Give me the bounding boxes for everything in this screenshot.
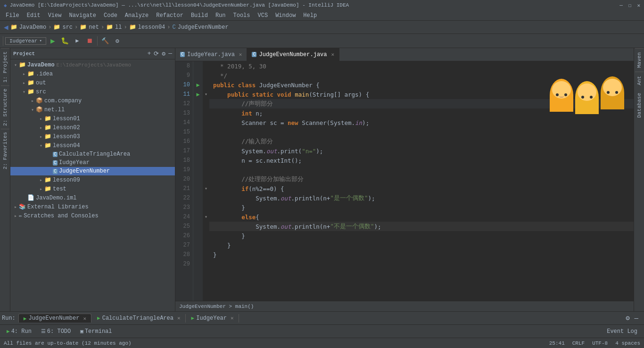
tree-item-lesson09[interactable]: ▸ 📁 lesson09 [10,175,175,184]
nav-item-lesson04[interactable]: 📁 [129,24,136,31]
tree-item-javademo[interactable]: ▾ 📁 JavaDemo E:\IdeaProjects\JavaDemo [10,60,175,69]
stop-button[interactable]: ⏹ [84,35,95,47]
nav-item-net[interactable]: 📁 [80,24,87,31]
line-num-23: 23 [175,203,193,212]
sidebar-tab-favorites[interactable]: 2: Favorites [1,129,9,172]
menu-view[interactable]: View [44,11,66,20]
right-tab-maven[interactable]: Maven [635,48,644,72]
run-button[interactable]: ▶ [47,35,58,47]
tree-item-lesson04[interactable]: ▾ 📁 lesson04 [10,141,175,150]
menu-build[interactable]: Build [187,11,212,20]
maximize-button[interactable]: ☐ [628,2,632,8]
menu-file[interactable]: File [2,11,23,20]
minimize-sidebar-icon[interactable]: — [168,50,172,57]
arrow-icon: ▸ [38,177,44,183]
tree-label-lesson09: lesson09 [53,177,80,183]
sidebar-tab-structure[interactable]: 2: Structure [1,85,9,129]
gutter-27 [193,240,203,250]
tab-close-iudgeyear[interactable]: ✕ [239,51,242,58]
coverage-button[interactable]: ▶ [72,35,83,47]
app-icon: ◆ [4,2,7,8]
run-tab-close-calc[interactable]: ✕ [177,315,181,321]
nav-item-ll[interactable]: 📁 [106,24,113,31]
tree-item-lesson03[interactable]: ▸ 📁 lesson03 [10,132,175,141]
menu-run[interactable]: Run [212,11,230,20]
settings-icon[interactable]: ⚙ [162,50,165,58]
tree-item-idea[interactable]: ▸ 📁 .idea [10,69,175,78]
menu-edit[interactable]: Edit [23,11,44,20]
tree-item-javademo-iml[interactable]: 📄 JavaDemo.iml [10,193,175,202]
gutter-16 [193,137,203,146]
run-tool-icon: ▶ [7,328,10,334]
arrow-icon: ▸ [12,204,19,210]
tab-icon: C [180,52,185,57]
menu-code[interactable]: Code [100,11,121,20]
event-log-button[interactable]: Event Log [602,327,642,336]
back-button[interactable]: ◀ [4,23,8,32]
tree-item-external-libs[interactable]: ▸ 📚 External Libraries [10,202,175,211]
tree-item-lesson02[interactable]: ▸ 📁 lesson02 [10,123,175,132]
tree-item-iudgeyear[interactable]: C IudgeYear [10,158,175,167]
line-num-19: 19 [175,165,193,174]
tool-run[interactable]: ▶ 4: Run [2,327,36,336]
tree-item-net-ll[interactable]: ▾ 📦 net.ll [10,105,175,114]
run-tab-iudgeyear[interactable]: ▶ IudgeYear ✕ [187,314,239,323]
run-bar-settings[interactable]: ⚙ [626,314,629,322]
fold-11[interactable]: ▾ [203,90,209,99]
nav-item-project[interactable]: 📁 [10,24,17,31]
run-label: Run: [2,315,16,322]
run-config-selector[interactable]: IudgeYear ▾ [5,37,46,45]
fold-24[interactable]: ▾ [203,212,209,222]
tab-close-judgeevennumber[interactable]: ✕ [331,51,335,58]
run-bar-minimize[interactable]: — [635,315,638,322]
menu-vcs[interactable]: VCS [254,11,272,20]
editor-area: C IudgeYear.java ✕ C JudgeEvenNumber.jav… [175,48,634,311]
right-tab-database[interactable]: Database [635,89,644,122]
tree-item-judgeevennumber[interactable]: C JudgeEvenNumber [10,167,175,175]
tree-item-lesson01[interactable]: ▸ 📁 lesson01 [10,114,175,123]
folder-icon: 📁 [44,133,51,140]
code-line-28: } [209,250,634,259]
menu-tools[interactable]: Tools [230,11,254,20]
breakpoint-gutter: ▶ ▶ [193,61,203,301]
gutter-19 [193,165,203,174]
tree-item-scratches[interactable]: ▸ ✏️ Scratches and Consoles [10,211,175,220]
fold-21[interactable]: ▾ [203,184,209,193]
run-tab-close-judge[interactable]: ✕ [83,315,86,322]
menu-analyze[interactable]: Analyze [121,11,152,20]
line-num-28: 28 [175,250,193,259]
tree-item-test[interactable]: ▸ 📁 test [10,184,175,193]
build-button[interactable]: 🔨 [99,35,111,47]
run-tab-judgeevennumber[interactable]: ▶ JudgeEvenNumber ✕ [18,314,91,323]
tree-item-calculatetrianglearea[interactable]: C CalculateTriangleArea [10,150,175,158]
tab-label-iudgeyear: IudgeYear.java [187,51,235,58]
menu-navigate[interactable]: Navigate [65,11,100,20]
tool-terminal[interactable]: ▣ Terminal [75,327,116,336]
nav-item-file[interactable]: C [173,24,176,31]
run-tab-close-iudge[interactable]: ✕ [231,315,234,321]
debug-button[interactable]: 🐛 [59,35,71,47]
right-tab-ant[interactable]: Ant [635,72,644,89]
status-left: All files are up-to-date (12 minutes ago… [4,340,132,346]
tree-item-out[interactable]: ▸ 📁 out [10,78,175,87]
breadcrumb-text: JudgeEvenNumber > main() [179,304,254,309]
tree-item-src[interactable]: ▾ 📁 src [10,87,175,96]
sidebar-tab-project[interactable]: 1: Project [1,48,9,85]
minimize-button[interactable]: — [619,2,623,8]
tab-judgeevennumber[interactable]: C JudgeEvenNumber.java ✕ [247,48,339,61]
folder-icon: 📁 [27,70,34,77]
new-file-icon[interactable]: + [148,50,151,57]
menu-help[interactable]: Help [299,11,321,20]
tab-iudgeyear[interactable]: C IudgeYear.java ✕ [175,48,247,61]
arrow-icon: ▸ [21,80,27,86]
close-button[interactable]: ✕ [637,2,640,8]
menu-refactor[interactable]: Refactor [152,11,187,20]
menu-window[interactable]: Window [272,11,299,20]
tree-item-com-company[interactable]: ▸ 📦 com.company [10,96,175,105]
sync-icon[interactable]: ⟳ [154,50,159,58]
nav-item-src[interactable]: 📁 [53,24,60,31]
settings-button[interactable]: ⚙ [112,35,123,47]
fold-18 [203,156,209,165]
tool-todo[interactable]: ☰ 6: TODO [36,327,75,336]
run-tab-calculate[interactable]: ▶ CalculateTriangleArea ✕ [92,314,185,323]
